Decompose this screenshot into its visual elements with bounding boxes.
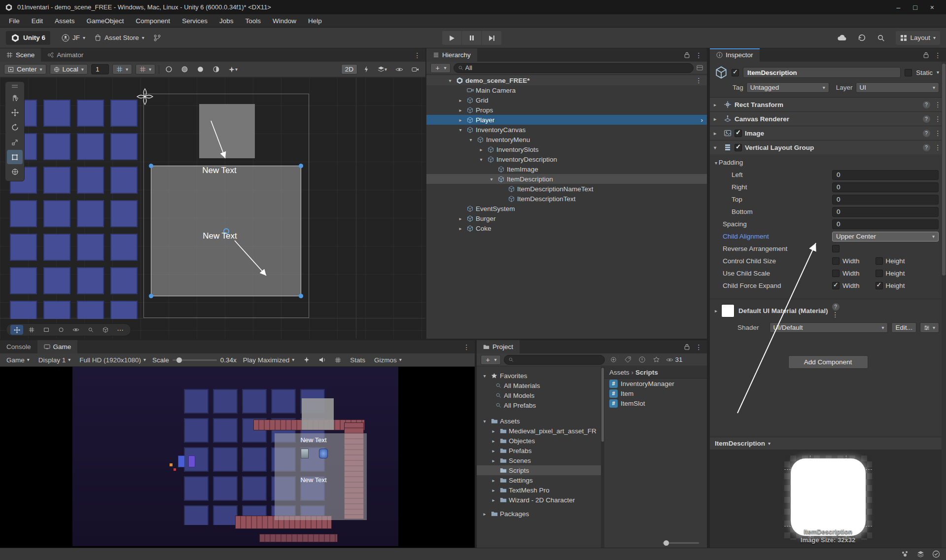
project-search-input[interactable]	[516, 356, 602, 363]
view-hand-tool[interactable]	[7, 91, 23, 105]
inspector-scrollbar[interactable]	[942, 62, 946, 548]
file-item[interactable]: #Item	[604, 388, 707, 398]
foldout-open-icon[interactable]: ▾	[467, 137, 475, 142]
scene-camera-icon[interactable]	[409, 64, 421, 74]
project-item-all-models[interactable]: All Models	[477, 390, 601, 400]
circle-shaded-icon[interactable]	[178, 64, 191, 74]
hierarchy-item-burger[interactable]: ▸Burger	[426, 213, 707, 223]
rect-handle-top-right[interactable]	[299, 164, 303, 168]
component-header-vertical-layout-group[interactable]: ▾ Vertical Layout Group ?⋮	[710, 140, 946, 154]
project-item-scenes[interactable]: ▸Scenes	[477, 455, 601, 465]
overlay-frame-icon[interactable]	[40, 325, 53, 335]
component-header-rect-transform[interactable]: ▸ Rect Transform ?⋮	[710, 97, 946, 111]
rect-handle-bottom-right[interactable]	[299, 294, 303, 298]
foldout-closed-icon[interactable]: ▸	[490, 497, 497, 503]
overlay-cube-icon[interactable]	[99, 325, 112, 335]
active-checkbox[interactable]	[732, 69, 739, 76]
menu-component[interactable]: Component	[130, 14, 176, 27]
undo-history-icon[interactable]	[858, 34, 866, 42]
hierarchy-item-grid[interactable]: ▸Grid	[426, 95, 707, 105]
scale-slider[interactable]	[173, 359, 217, 361]
project-item-packages[interactable]: ▸Packages	[477, 509, 601, 519]
collab-layers-icon[interactable]	[917, 551, 924, 558]
child-alignment-dropdown[interactable]: Upper Center▾	[832, 232, 939, 242]
component-header-canvas-renderer[interactable]: ▸ Canvas Renderer ?⋮	[710, 111, 946, 126]
component-enabled-checkbox[interactable]	[735, 130, 742, 137]
search-icon[interactable]	[877, 34, 885, 42]
foldout-closed-icon[interactable]: ▸	[456, 216, 464, 221]
rect-handle-top-left[interactable]	[149, 164, 153, 168]
breadcrumb-assets[interactable]: Assets	[609, 369, 630, 376]
hierarchy-search-input[interactable]	[465, 64, 689, 71]
material-preview-swatch[interactable]	[721, 304, 735, 317]
hierarchy-search-field[interactable]	[454, 63, 694, 73]
layout-dropdown[interactable]: Layout ▾	[896, 31, 940, 45]
hierarchy-item-coke[interactable]: ▸Coke	[426, 223, 707, 233]
grid-size-field[interactable]	[91, 64, 109, 74]
foldout-open-icon[interactable]: ▾	[488, 176, 495, 182]
project-item-objectes[interactable]: ▸Objectes	[477, 436, 601, 446]
foldout-closed-icon[interactable]: ▸	[490, 448, 497, 454]
foldout-closed-icon[interactable]: ▸	[490, 458, 497, 463]
project-tree-scrollbar[interactable]	[601, 367, 604, 548]
menu-assets[interactable]: Assets	[49, 14, 81, 27]
circle-filled-icon[interactable]	[194, 64, 207, 74]
scale-tool[interactable]	[7, 135, 23, 149]
tab-console[interactable]: Console	[0, 340, 37, 353]
component-menu-icon[interactable]: ⋮	[935, 129, 942, 137]
component-header-image[interactable]: ▸ Image ?⋮	[710, 126, 946, 140]
project-item-settings[interactable]: ▸Settings	[477, 475, 601, 485]
maximize-button[interactable]: □	[913, 3, 917, 11]
tab-game[interactable]: Game	[37, 340, 78, 353]
hierarchy-item-inventorycanvas[interactable]: ▾InventoryCanvas	[426, 125, 707, 135]
circle-outline-icon[interactable]	[163, 64, 175, 74]
use-scale-height-checkbox[interactable]	[876, 270, 883, 277]
foldout-closed-icon[interactable]: ▸	[490, 478, 497, 483]
foldout-open-icon[interactable]: ▾	[714, 145, 721, 150]
help-icon[interactable]: ?	[923, 130, 930, 137]
search-by-label-icon[interactable]	[622, 354, 633, 365]
prefab-open-arrow-icon[interactable]: ›	[701, 116, 707, 124]
foldout-open-icon[interactable]: ▾	[715, 160, 719, 166]
foldout-closed-icon[interactable]: ▸	[481, 511, 489, 517]
hierarchy-item-scene[interactable]: ▾ demo_scene_FREE* ⋮	[426, 75, 707, 85]
menu-window[interactable]: Window	[267, 14, 302, 27]
project-item-assets[interactable]: ▾Assets	[477, 416, 601, 426]
project-item-all-materials[interactable]: All Materials	[477, 381, 601, 390]
visibility-count[interactable]: 31	[666, 356, 683, 363]
foldout-closed-icon[interactable]: ▸	[714, 102, 721, 107]
menu-help[interactable]: Help	[302, 14, 328, 27]
thumbnail-zoom-slider[interactable]	[663, 542, 699, 544]
foldout-closed-icon[interactable]: ▸	[456, 107, 464, 113]
version-control-button[interactable]	[149, 31, 166, 45]
resolution-dropdown[interactable]: Full HD (1920x1080)▾	[77, 355, 148, 365]
shader-edit-button[interactable]: Edit...	[891, 322, 916, 333]
play-button[interactable]	[442, 31, 462, 45]
snap-settings-dropdown[interactable]: ▾	[136, 64, 155, 74]
foldout-open-icon[interactable]: ▾	[446, 78, 454, 83]
foldout-closed-icon[interactable]: ▸	[456, 226, 464, 231]
component-enabled-checkbox[interactable]	[735, 144, 742, 151]
foldout-open-icon[interactable]: ▾	[481, 419, 489, 424]
foldout-closed-icon[interactable]: ▸	[490, 438, 497, 444]
scene-audio-dropdown[interactable]: ▾	[375, 64, 389, 74]
hierarchy-filter-icon[interactable]	[697, 65, 703, 71]
toggle-2d-button[interactable]: 2D	[341, 64, 357, 74]
file-inventorymanager[interactable]: #InventoryManager	[604, 379, 707, 388]
hierarchy-item-eventsystem[interactable]: EventSystem	[426, 204, 707, 213]
material-menu-icon[interactable]: ⋮	[832, 311, 839, 318]
account-button[interactable]: JF ▾	[57, 31, 90, 45]
foldout-closed-icon[interactable]: ▸	[490, 488, 497, 493]
circle-half-icon[interactable]	[210, 64, 222, 74]
panel-lock-icon[interactable]	[684, 52, 690, 58]
shader-dropdown[interactable]: UI/Default▾	[770, 322, 888, 333]
display-dropdown[interactable]: Display 1▾	[36, 355, 73, 365]
foldout-closed-icon[interactable]: ▸	[490, 428, 497, 434]
force-expand-height-checkbox[interactable]	[876, 282, 883, 289]
scrollbar-thumb[interactable]	[942, 64, 946, 276]
game-view-dropdown[interactable]: Game▾	[4, 355, 32, 365]
close-button[interactable]: ×	[930, 3, 934, 11]
hierarchy-item-main-camera[interactable]: Main Camera	[426, 85, 707, 95]
hierarchy-item-itemdescriptiontext[interactable]: ItemDescriptionText	[426, 194, 707, 204]
item-image-rect[interactable]	[199, 104, 255, 158]
